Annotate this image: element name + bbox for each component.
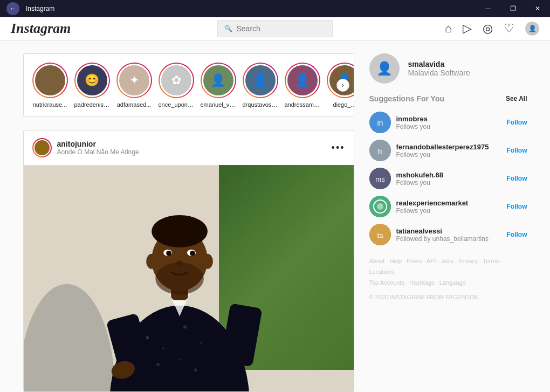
feed: nutricrause... 😊 padredenisri... ✦ adfam… bbox=[23, 53, 354, 392]
search-input[interactable] bbox=[237, 24, 326, 33]
post-subtitle: Aonde O Mal Não Me Atinge bbox=[57, 148, 139, 156]
suggestion-info-4: tatianealvessi Followed by unhas_bellama… bbox=[396, 227, 501, 243]
help-link[interactable]: Help bbox=[389, 258, 402, 264]
svg-point-6 bbox=[200, 342, 202, 344]
suggestion-username-3: realexperiencemarket bbox=[396, 199, 501, 207]
heart-icon[interactable]: ♡ bbox=[504, 22, 514, 36]
search-box[interactable]: 🔍 bbox=[217, 20, 333, 37]
story-ring: ✦ bbox=[116, 63, 152, 98]
about-link[interactable]: About bbox=[369, 258, 385, 264]
see-all-button[interactable]: See All bbox=[506, 95, 527, 102]
story-avatar: 👤 bbox=[244, 64, 277, 97]
stories-scroll: nutricrause... 😊 padredenisri... ✦ adfam… bbox=[24, 63, 354, 108]
story-item[interactable]: 👤 emanuel_ve... bbox=[201, 63, 236, 108]
suggestion-status-1: Follows you bbox=[396, 151, 501, 159]
stories-container: nutricrause... 😊 padredenisri... ✦ adfam… bbox=[23, 53, 354, 117]
story-item[interactable]: ✿ once_upon_... bbox=[159, 63, 194, 108]
story-item[interactable]: ✦ adfamased... bbox=[116, 63, 152, 108]
footer-links: About · Help · Press · API · Jobs · Priv… bbox=[369, 256, 527, 303]
svg-point-9 bbox=[194, 368, 197, 372]
minimize-icon: ─ bbox=[486, 5, 491, 12]
suggestion-avatar-3[interactable] bbox=[369, 196, 391, 217]
story-item[interactable]: 😊 padredenisri... bbox=[74, 63, 110, 108]
svg-text:ms: ms bbox=[375, 175, 385, 183]
svg-point-20 bbox=[176, 261, 183, 266]
story-item[interactable]: nutricrause... bbox=[32, 63, 68, 108]
top-accounts-link[interactable]: Top Accounts bbox=[369, 279, 404, 286]
language-link[interactable]: Language bbox=[439, 279, 466, 286]
suggestion-username-1: fernandoballesterperez1975 bbox=[396, 143, 501, 151]
suggestion-avatar-2[interactable]: ms bbox=[369, 168, 391, 189]
footer-link-row-1: About · Help · Press · API · Jobs · Priv… bbox=[369, 256, 527, 278]
story-ring bbox=[32, 63, 68, 98]
follow-button-3[interactable]: Follow bbox=[507, 203, 527, 210]
window-controls: ─ ❐ ✕ bbox=[476, 0, 550, 17]
svg-point-14 bbox=[146, 254, 157, 269]
window-content: Instagram 🔍 ⌂ ▷ ◎ ♡ 👤 bbox=[0, 17, 550, 392]
svg-point-21 bbox=[152, 215, 208, 247]
svg-point-4 bbox=[162, 347, 164, 349]
footer-link-row-2: Top Accounts · Hashtags · Language bbox=[369, 278, 527, 288]
story-username: once_upon_... bbox=[159, 101, 194, 108]
press-link[interactable]: Press bbox=[407, 258, 422, 264]
terms-link[interactable]: Terms bbox=[483, 258, 499, 264]
photo-scene bbox=[24, 165, 354, 391]
send-icon[interactable]: ▷ bbox=[463, 22, 472, 36]
story-ring: 👤 bbox=[243, 63, 278, 98]
svg-point-15 bbox=[202, 254, 212, 269]
story-item[interactable]: 👤 andressame... bbox=[285, 63, 320, 108]
home-icon[interactable]: ⌂ bbox=[445, 22, 452, 36]
post-more-button[interactable]: ••• bbox=[332, 142, 345, 154]
suggestion-item-0: in inmobres Follows you Follow bbox=[369, 112, 527, 133]
suggestion-avatar-0[interactable]: in bbox=[369, 112, 391, 133]
nav-icons: ⌂ ▷ ◎ ♡ 👤 bbox=[445, 22, 539, 36]
svg-point-5 bbox=[183, 325, 187, 328]
suggestion-avatar-4[interactable]: ta bbox=[369, 224, 391, 245]
follow-button-4[interactable]: Follow bbox=[507, 231, 527, 238]
svg-text:ta: ta bbox=[377, 231, 383, 239]
hashtags-link[interactable]: Hashtags bbox=[409, 279, 434, 286]
post-avatar[interactable] bbox=[32, 138, 52, 157]
minimize-button[interactable]: ─ bbox=[476, 0, 500, 17]
story-username: nutricrause... bbox=[33, 101, 67, 108]
locations-link[interactable]: Locations bbox=[369, 269, 395, 275]
close-button[interactable]: ✕ bbox=[525, 0, 550, 17]
suggestion-info-1: fernandoballesterperez1975 Follows you bbox=[396, 143, 501, 159]
titlebar: ← Instagram ─ ❐ ✕ bbox=[0, 0, 550, 17]
jobs-link[interactable]: Jobs bbox=[441, 258, 453, 264]
explore-icon[interactable]: ◎ bbox=[483, 22, 493, 36]
story-ring: ✿ bbox=[159, 63, 194, 98]
follow-button-1[interactable]: Follow bbox=[507, 147, 527, 154]
follow-button-0[interactable]: Follow bbox=[507, 119, 527, 126]
app-title: Instagram bbox=[26, 5, 54, 12]
suggestion-avatar-1[interactable]: fb bbox=[369, 140, 391, 161]
sidebar-user-info: smalavida Malavida Software bbox=[408, 60, 470, 77]
story-item[interactable]: 👤 drqustavost... bbox=[243, 63, 278, 108]
story-avatar: 👤 bbox=[286, 64, 319, 97]
story-avatar bbox=[33, 64, 67, 97]
story-ring: 👤 bbox=[201, 63, 236, 98]
post-image-svg bbox=[24, 165, 354, 391]
story-username: padredenisri... bbox=[74, 101, 110, 108]
suggestion-info-3: realexperiencemarket Follows you bbox=[396, 199, 501, 215]
api-link[interactable]: API bbox=[427, 258, 436, 264]
back-button[interactable]: ← bbox=[6, 2, 19, 15]
stories-next-button[interactable]: › bbox=[336, 79, 349, 92]
suggestion-avatar-img-2: ms bbox=[369, 168, 391, 189]
suggestion-status-2: Follows you bbox=[396, 179, 501, 187]
profile-avatar[interactable]: 👤 bbox=[525, 22, 539, 36]
suggestion-avatar-img-3 bbox=[369, 196, 391, 217]
maximize-button[interactable]: ❐ bbox=[500, 0, 525, 17]
sidebar-avatar[interactable]: 👤 bbox=[369, 53, 400, 84]
post-user-info: anitojunior Aonde O Mal Não Me Atinge bbox=[32, 138, 139, 157]
story-avatar: ✦ bbox=[118, 64, 151, 97]
story-ring: 👤 bbox=[285, 63, 320, 98]
main-content: nutricrause... 😊 padredenisri... ✦ adfam… bbox=[23, 40, 527, 392]
privacy-link[interactable]: Privacy bbox=[458, 258, 478, 264]
post-username: anitojunior bbox=[57, 140, 139, 148]
svg-point-18 bbox=[166, 251, 171, 256]
story-username: drqustavost... bbox=[243, 101, 278, 108]
svg-text:fb: fb bbox=[377, 149, 382, 155]
follow-button-2[interactable]: Follow bbox=[507, 175, 527, 182]
suggestion-item-4: ta tatianealvessi Followed by unhas_bell… bbox=[369, 224, 527, 245]
